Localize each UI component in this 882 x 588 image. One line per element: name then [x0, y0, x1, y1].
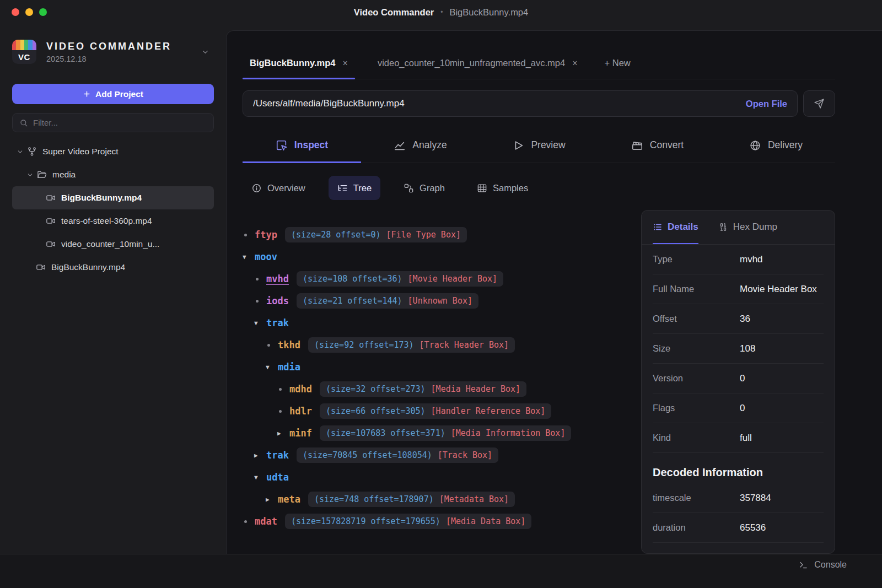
- sidebar-item-super-video-project[interactable]: Super Video Project: [12, 140, 214, 163]
- box-name: iods: [266, 295, 289, 306]
- bullet-icon: [256, 300, 259, 303]
- box-name: mvhd: [266, 273, 289, 284]
- close-button[interactable]: [12, 8, 19, 16]
- folder-open-icon: [37, 170, 47, 180]
- box-node-mdat[interactable]: mdat(size=157828719 offset=179655)[Media…: [243, 512, 621, 531]
- logo-text: VC: [12, 50, 36, 64]
- add-project-button[interactable]: Add Project: [12, 84, 214, 104]
- box-node-trak[interactable]: ▶trak(size=70845 offset=108054)[Track Bo…: [243, 446, 621, 465]
- box-info-pill: (size=157828719 offset=179655)[Media Dat…: [285, 514, 531, 529]
- tab-preview[interactable]: Preview: [480, 128, 598, 163]
- sidebar-item-bigbuckbunny-mp4[interactable]: BigBuckBunny.mp4: [12, 186, 214, 209]
- tab-inspect[interactable]: Inspect: [243, 128, 361, 163]
- minimize-button[interactable]: [25, 8, 33, 16]
- box-size-offset: (size=107683 offset=371): [326, 428, 445, 438]
- app-version: 2025.12.18: [46, 55, 201, 63]
- sidebar-item-media[interactable]: media: [12, 163, 214, 186]
- close-tab-icon[interactable]: ×: [572, 58, 577, 68]
- chevron-expanded-icon[interactable]: ▼: [254, 320, 266, 327]
- console-bar: Console: [0, 554, 882, 588]
- sidebar-item-label: BigBuckBunny.mp4: [51, 262, 125, 272]
- box-name: udta: [266, 472, 289, 483]
- box-node-moov[interactable]: ▼moov: [243, 247, 621, 266]
- send-icon: [814, 98, 825, 109]
- chevron-expanded-icon[interactable]: ▼: [266, 364, 278, 371]
- feature-tab-label: Inspect: [294, 139, 328, 151]
- details-rows: TypemvhdFull NameMovie Header BoxOffset3…: [642, 245, 835, 453]
- details-tab-bar: DetailsHex Dump: [642, 211, 835, 245]
- detail-row-duration: duration65536: [653, 513, 824, 543]
- detail-label: Kind: [653, 433, 740, 443]
- details-tab-label: Hex Dump: [733, 222, 777, 233]
- box-info-pill: (size=748 offset=178907)[Metadata Box]: [308, 492, 515, 507]
- chevron-collapsed-icon[interactable]: ▶: [266, 496, 278, 503]
- chevron-expanded-icon[interactable]: ▼: [243, 253, 255, 261]
- chevron-collapsed-icon[interactable]: ▶: [277, 430, 289, 437]
- new-tab-button[interactable]: + New: [601, 47, 634, 79]
- box-node-minf[interactable]: ▶minf(size=107683 offset=371)[Media Info…: [243, 424, 621, 443]
- preview-icon: [512, 139, 524, 152]
- box-node-mvhd[interactable]: mvhd(size=108 offset=36)[Movie Header Bo…: [243, 269, 621, 288]
- detail-row-version: Version0: [653, 364, 824, 393]
- chevron-collapsed-icon[interactable]: ▶: [254, 452, 266, 459]
- detail-value: 357884: [740, 493, 824, 504]
- box-size-offset: (size=32 offset=273): [326, 384, 426, 394]
- delivery-icon: [749, 139, 761, 152]
- sidebar-item-bigbuckbunny-mp4[interactable]: BigBuckBunny.mp4: [12, 256, 214, 279]
- box-node-tkhd[interactable]: tkhd(size=92 offset=173)[Track Header Bo…: [243, 336, 621, 354]
- sidebar: VC VIDEO COMMANDER 2025.12.18 Add Projec…: [0, 24, 226, 554]
- workspace-switcher[interactable]: VC VIDEO COMMANDER 2025.12.18: [12, 40, 214, 64]
- bullet-icon: [244, 520, 247, 523]
- box-info-pill: (size=32 offset=273)[Media Header Box]: [320, 381, 526, 397]
- tree-icon: [337, 183, 348, 193]
- detail-value: 108: [740, 343, 824, 354]
- detail-label: timescale: [653, 493, 740, 503]
- add-project-label: Add Project: [95, 89, 143, 99]
- title-separator-icon: •: [440, 8, 443, 16]
- path-input[interactable]: [253, 98, 736, 109]
- subtab-samples[interactable]: Samples: [468, 176, 537, 200]
- box-type-label: [Metadata Box]: [439, 494, 509, 504]
- send-button[interactable]: [803, 90, 835, 117]
- bullet-icon: [279, 388, 282, 391]
- box-node-mdhd[interactable]: mdhd(size=32 offset=273)[Media Header Bo…: [243, 380, 621, 398]
- box-node-hdlr[interactable]: hdlr(size=66 offset=305)[Handler Referen…: [243, 402, 621, 420]
- tab-delivery[interactable]: Delivery: [717, 128, 835, 163]
- box-name: minf: [289, 428, 312, 439]
- box-node-iods[interactable]: iods(size=21 offset=144)[Unknown Box]: [243, 292, 621, 310]
- feature-tab-label: Preview: [531, 139, 565, 151]
- sidebar-item-tears-of-steel-360p-mp4[interactable]: tears-of-steel-360p.mp4: [12, 209, 214, 233]
- open-file-button[interactable]: Open File: [736, 99, 787, 109]
- subtab-tree[interactable]: Tree: [329, 176, 380, 200]
- detail-value: 0: [740, 403, 824, 414]
- tab-convert[interactable]: Convert: [598, 128, 717, 163]
- subtab-graph[interactable]: Graph: [395, 176, 454, 200]
- video-icon: [46, 216, 56, 226]
- box-node-mdia[interactable]: ▼mdia: [243, 358, 621, 376]
- detail-row-offset: Offset36: [653, 304, 824, 334]
- box-node-ftyp[interactable]: ftyp(size=28 offset=0)[File Type Box]: [243, 225, 621, 244]
- video-icon: [36, 262, 46, 272]
- box-node-udta[interactable]: ▼udta: [243, 468, 621, 487]
- detail-value: 0: [740, 373, 824, 384]
- tab-hex-dump[interactable]: Hex Dump: [718, 211, 777, 244]
- console-toggle[interactable]: Console: [799, 560, 847, 570]
- chevron-expanded-icon[interactable]: ▼: [254, 474, 266, 481]
- box-name: meta: [278, 494, 300, 505]
- box-node-meta[interactable]: ▶meta(size=748 offset=178907)[Metadata B…: [243, 490, 621, 509]
- path-bar: Open File: [243, 90, 835, 117]
- sidebar-item-video-counter-10min-u[interactable]: video_counter_10min_u...: [12, 233, 214, 256]
- chevron-down-icon[interactable]: [201, 48, 209, 56]
- close-tab-icon[interactable]: ×: [343, 58, 348, 68]
- tab-analyze[interactable]: Analyze: [361, 128, 480, 163]
- tab-details[interactable]: Details: [653, 211, 698, 244]
- subtab-overview[interactable]: Overview: [243, 176, 314, 200]
- path-input-wrap: Open File: [243, 90, 798, 117]
- file-tab-video-counter-10min-unfragmented-avc-mp4[interactable]: video_counter_10min_unfragmented_avc.mp4…: [370, 47, 585, 79]
- filter-input[interactable]: [33, 118, 213, 127]
- box-size-offset: (size=157828719 offset=179655): [291, 516, 440, 526]
- box-node-trak[interactable]: ▼trak: [243, 314, 621, 332]
- zoom-button[interactable]: [39, 8, 47, 16]
- project-tree: Super Video ProjectmediaBigBuckBunny.mp4…: [12, 140, 214, 279]
- file-tab-bigbuckbunny-mp4[interactable]: BigBuckBunny.mp4×: [243, 47, 355, 79]
